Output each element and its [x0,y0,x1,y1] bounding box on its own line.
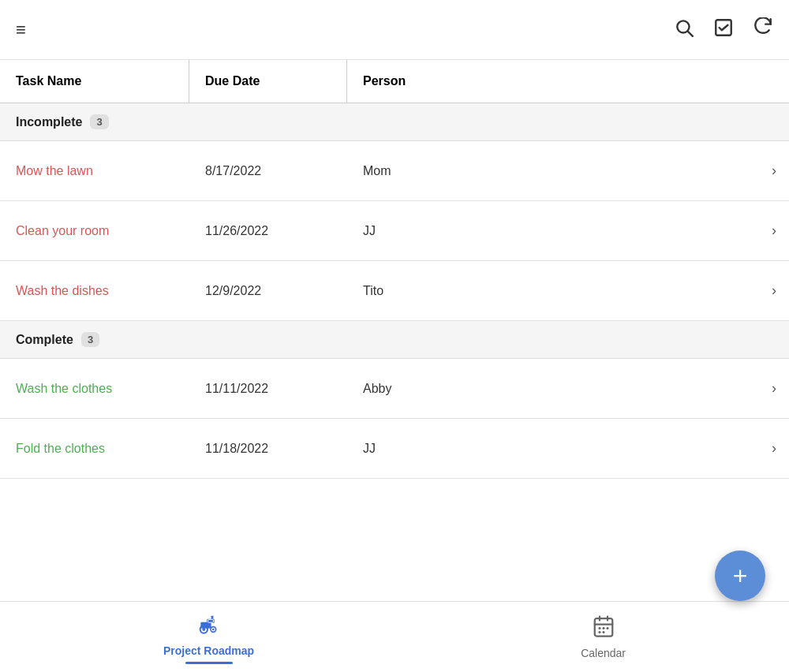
svg-line-1 [688,31,693,35]
svg-point-6 [202,628,205,631]
task-date-clean-room: 11/26/2022 [189,210,347,252]
checkbox-icon[interactable] [713,17,734,43]
chevron-right-icon[interactable]: › [759,148,789,193]
refresh-icon[interactable] [753,17,773,43]
task-row: Wash the dishes 12/9/2022 Tito › [0,261,789,321]
chevron-right-icon[interactable]: › [759,208,789,253]
app-header: ≡ [0,0,789,60]
menu-icon[interactable]: ≡ [16,21,26,39]
task-date-fold-clothes: 11/18/2022 [189,427,347,470]
nav-calendar[interactable]: Calendar [549,608,657,666]
group-complete-label: Complete [16,333,73,347]
group-incomplete-label: Incomplete [16,115,82,129]
task-row: Clean your room 11/26/2022 JJ › [0,201,789,261]
task-person-wash-clothes: Abby [347,368,759,410]
plus-icon: + [733,563,748,588]
nav-active-indicator [185,662,233,664]
task-person-clean-room: JJ [347,210,759,252]
svg-point-8 [212,628,215,630]
task-row: Wash the clothes 11/11/2022 Abby › [0,359,789,419]
tractor-icon [196,610,222,641]
task-row: Mow the lawn 8/17/2022 Mom › [0,141,789,201]
task-date-mow-lawn: 8/17/2022 [189,150,347,192]
task-date-wash-clothes: 11/11/2022 [189,368,347,410]
group-incomplete-badge: 3 [90,114,108,129]
svg-rect-10 [208,620,211,622]
col-due-date: Due Date [189,60,347,103]
calendar-icon [592,614,615,644]
col-task-name: Task Name [0,60,189,103]
task-name-fold-clothes[interactable]: Fold the clothes [0,427,189,470]
chevron-right-icon[interactable]: › [759,366,789,411]
search-icon[interactable] [674,17,694,43]
header-left: ≡ [16,21,26,39]
task-name-wash-dishes[interactable]: Wash the dishes [0,270,189,312]
group-complete: Complete 3 [0,321,789,359]
header-right [674,17,773,43]
task-person-fold-clothes: JJ [347,427,759,470]
nav-calendar-label: Calendar [581,647,626,659]
task-name-wash-clothes[interactable]: Wash the clothes [0,368,189,410]
nav-project-roadmap-label: Project Roadmap [163,644,254,657]
chevron-right-icon[interactable]: › [759,268,789,313]
group-incomplete: Incomplete 3 [0,103,789,141]
task-date-wash-dishes: 12/9/2022 [189,270,347,312]
task-person-mow-lawn: Mom [347,150,759,192]
col-person: Person [347,60,789,103]
group-complete-badge: 3 [81,332,99,347]
bottom-nav: Project Roadmap Calendar [0,601,789,672]
task-name-mow-lawn[interactable]: Mow the lawn [0,150,189,192]
task-row: Fold the clothes 11/18/2022 JJ › [0,419,789,479]
add-task-button[interactable]: + [715,551,765,601]
task-person-wash-dishes: Tito [347,270,759,312]
nav-project-roadmap[interactable]: Project Roadmap [132,604,286,670]
task-name-clean-room[interactable]: Clean your room [0,210,189,252]
chevron-right-icon[interactable]: › [759,426,789,471]
content-area: Task Name Due Date Person Incomplete 3 M… [0,60,789,601]
table-header: Task Name Due Date Person [0,60,789,103]
